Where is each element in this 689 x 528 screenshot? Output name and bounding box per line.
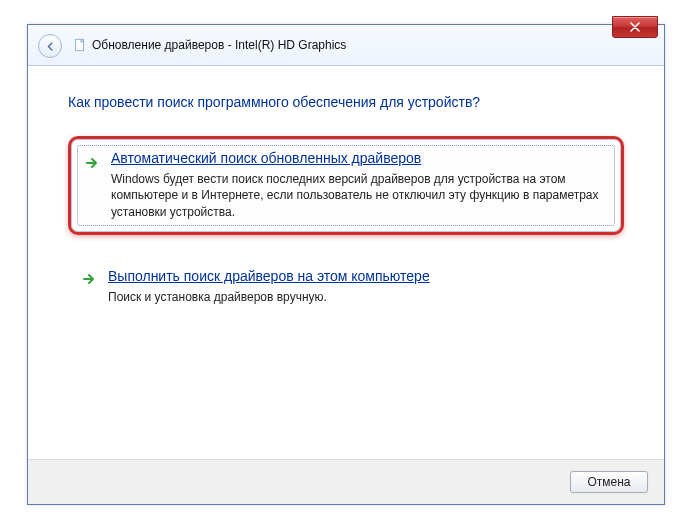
option-manual-search[interactable]: Выполнить поиск драйверов на этом компью… xyxy=(68,257,624,317)
back-button[interactable] xyxy=(38,34,62,58)
close-icon xyxy=(630,22,640,32)
cancel-button[interactable]: Отмена xyxy=(570,471,648,493)
option-manual-desc: Поиск и установка драйверов вручную. xyxy=(108,289,608,305)
option-auto-search[interactable]: Автоматический поиск обновленных драйвер… xyxy=(68,136,624,235)
titlebar: Обновление драйверов - Intel(R) HD Graph… xyxy=(28,25,664,66)
dialog-window: Обновление драйверов - Intel(R) HD Graph… xyxy=(27,24,665,505)
window-title: Обновление драйверов - Intel(R) HD Graph… xyxy=(92,38,346,52)
arrow-right-icon xyxy=(82,271,98,287)
option-manual-title: Выполнить поиск драйверов на этом компью… xyxy=(108,267,608,285)
document-icon xyxy=(72,37,88,53)
content-area: Как провести поиск программного обеспече… xyxy=(28,66,664,349)
back-arrow-icon xyxy=(45,41,56,52)
page-heading: Как провести поиск программного обеспече… xyxy=(68,94,624,110)
arrow-right-icon xyxy=(85,155,101,171)
option-auto-desc: Windows будет вести поиск последних верс… xyxy=(111,171,605,220)
close-button[interactable] xyxy=(612,16,658,38)
option-auto-title: Автоматический поиск обновленных драйвер… xyxy=(111,149,605,167)
footer: Отмена xyxy=(28,459,664,504)
